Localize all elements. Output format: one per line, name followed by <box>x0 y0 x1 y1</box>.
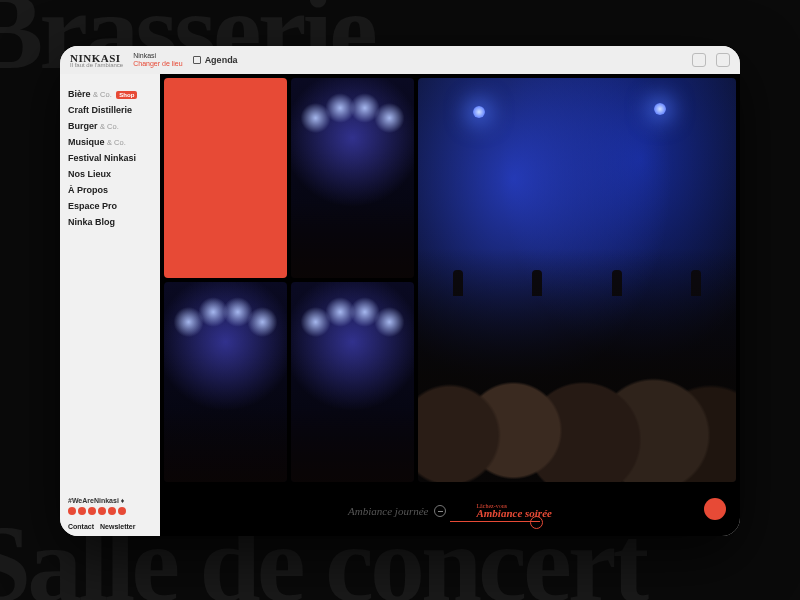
location-label: Ninkasi <box>133 52 182 60</box>
location-selector[interactable]: Ninkasi Changer de lieu <box>133 52 182 67</box>
topbar: NINKASI Il faut de l'ambiance Ninkasi Ch… <box>60 46 740 74</box>
gallery-tile-concert-2[interactable] <box>164 282 287 482</box>
sidebar: Bière & Co. Shop Craft Distillerie Burge… <box>60 74 160 536</box>
footer-link-contact[interactable]: Contact <box>68 523 94 530</box>
agenda-label: Agenda <box>205 55 238 65</box>
nav-item-musique[interactable]: Musique & Co. <box>68 134 152 150</box>
hashtag-label: #WeAreNinkasi ♦ <box>68 497 152 504</box>
nav-item-festival[interactable]: Festival Ninkasi <box>68 150 152 166</box>
search-icon[interactable] <box>692 53 706 67</box>
social-icon[interactable] <box>98 507 106 515</box>
nav-item-lieux[interactable]: Nos Lieux <box>68 166 152 182</box>
social-icon[interactable] <box>88 507 96 515</box>
gallery-tile-concert-1[interactable] <box>291 78 414 278</box>
main-content: Ambiance journée Lâchez-vous Ambiance so… <box>160 74 740 536</box>
ambiance-underline <box>450 521 540 522</box>
cart-icon[interactable] <box>716 53 730 67</box>
nav-item-biere[interactable]: Bière & Co. Shop <box>68 86 152 102</box>
social-icon[interactable] <box>108 507 116 515</box>
shop-badge: Shop <box>116 91 137 99</box>
nav-item-espacepro[interactable]: Espace Pro <box>68 198 152 214</box>
nav-item-burger[interactable]: Burger & Co. <box>68 118 152 134</box>
social-icon[interactable] <box>78 507 86 515</box>
tablet-device-frame: NINKASI Il faut de l'ambiance Ninkasi Ch… <box>60 46 740 536</box>
footer-link-newsletter[interactable]: Newsletter <box>100 523 135 530</box>
time-slider-icon[interactable] <box>434 505 446 517</box>
nav-item-craft[interactable]: Craft Distillerie <box>68 102 152 118</box>
brand-tagline: Il faut de l'ambiance <box>70 62 123 68</box>
social-icon[interactable] <box>68 507 76 515</box>
ambiance-day-label[interactable]: Ambiance journée <box>348 505 428 517</box>
agenda-link[interactable]: Agenda <box>193 55 238 65</box>
gallery-hero-concert[interactable] <box>418 78 736 482</box>
change-location-link: Changer de lieu <box>133 60 182 68</box>
brand-block[interactable]: NINKASI Il faut de l'ambiance <box>70 52 123 68</box>
floating-action-button[interactable] <box>704 498 726 520</box>
ambiance-toggle: Ambiance journée Lâchez-vous Ambiance so… <box>160 486 740 536</box>
gallery-tile-accent[interactable] <box>164 78 287 278</box>
nav-item-apropos[interactable]: À Propos <box>68 182 152 198</box>
gallery-tile-concert-3[interactable] <box>291 282 414 482</box>
nav-item-blog[interactable]: Ninka Blog <box>68 214 152 230</box>
social-icons <box>68 507 152 515</box>
main-nav: Bière & Co. Shop Craft Distillerie Burge… <box>68 86 152 230</box>
social-icon[interactable] <box>118 507 126 515</box>
photo-gallery <box>160 74 740 486</box>
calendar-icon <box>193 56 201 64</box>
